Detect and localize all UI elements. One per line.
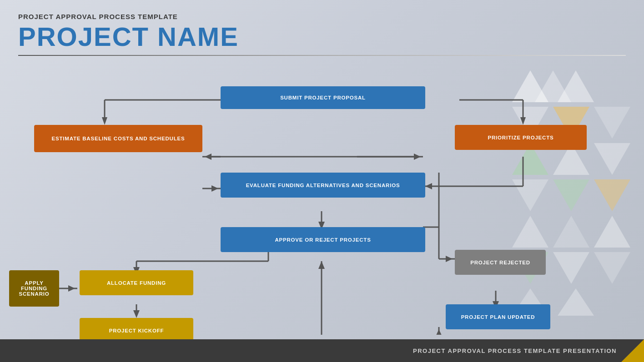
- svg-marker-46: [68, 285, 75, 292]
- header: PROJECT APPROVAL PROCESS TEMPLATE PROJEC…: [0, 0, 644, 51]
- svg-marker-51: [318, 261, 325, 269]
- svg-marker-48: [133, 310, 140, 318]
- approve-reject-box: APPROVE OR REJECT PROJECTS: [221, 227, 425, 252]
- allocate-funding-box: ALLOCATE FUNDING: [80, 270, 193, 295]
- svg-marker-33: [425, 183, 432, 189]
- svg-marker-27: [205, 154, 211, 160]
- submit-proposal-box: SUBMIT PROJECT PROPOSAL: [221, 86, 425, 109]
- project-plan-updated-box: PROJECT PLAN UPDATED: [446, 304, 550, 329]
- project-rejected-box: PROJECT REJECTED: [455, 250, 546, 275]
- estimate-baseline-box: ESTIMATE BASELINE COSTS AND SCHEDULES: [34, 125, 202, 152]
- template-title: PROJECT APPROVAL PROCESS TEMPLATE: [18, 13, 626, 20]
- svg-marker-25: [520, 117, 526, 125]
- svg-marker-21: [102, 117, 107, 125]
- footer-text: PROJECT APPROVAL PROCESS TEMPLATE PRESEN…: [413, 347, 617, 354]
- flow-arrows: [0, 82, 644, 335]
- svg-marker-35: [211, 185, 218, 192]
- footer: PROJECT APPROVAL PROCESS TEMPLATE PRESEN…: [0, 339, 644, 362]
- flow-area: SUBMIT PROJECT PROPOSAL ESTIMATE BASELIN…: [0, 82, 644, 335]
- footer-accent: [621, 339, 644, 362]
- apply-funding-box: APPLY FUNDING SCENARIO: [9, 270, 59, 307]
- project-name: PROJECT NAME: [18, 22, 626, 51]
- svg-marker-29: [414, 154, 421, 160]
- evaluate-funding-box: EVALUATE FUNDING ALTERNATIVES AND SCENAR…: [221, 173, 425, 198]
- svg-marker-55: [446, 256, 453, 262]
- svg-marker-60: [436, 329, 442, 335]
- header-divider: [18, 55, 626, 56]
- prioritize-projects-box: PRIORITIZE PROJECTS: [455, 125, 587, 150]
